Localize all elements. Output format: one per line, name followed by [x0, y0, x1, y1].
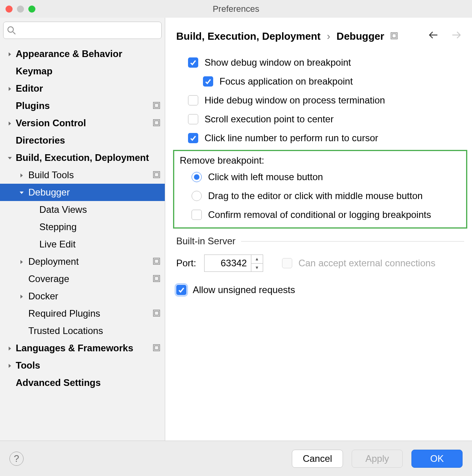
tree-item-version-control[interactable]: Version Control: [0, 114, 165, 132]
focus-app-checkbox[interactable]: Focus application on breakpoint: [176, 72, 464, 91]
confirm-removal-checkbox[interactable]: Confirm removal of conditional or loggin…: [180, 205, 461, 224]
tree-item-label: Editor: [16, 83, 43, 94]
svg-point-0: [8, 27, 13, 32]
tree-item-languages-frameworks[interactable]: Languages & Frameworks: [0, 339, 165, 357]
cancel-button[interactable]: Cancel: [292, 450, 343, 468]
chevron-right-icon: [7, 118, 13, 129]
tree-item-label: Languages & Frameworks: [16, 343, 133, 354]
help-button[interactable]: ?: [9, 452, 24, 466]
tree-item-keymap[interactable]: Keymap: [0, 63, 165, 80]
zoom-window-button[interactable]: [28, 6, 35, 13]
tree-item-build-execution-deployment[interactable]: Build, Execution, Deployment: [0, 149, 165, 166]
tree-item-required-plugins[interactable]: Required Plugins: [0, 305, 165, 322]
ok-button[interactable]: OK: [411, 450, 463, 468]
chevron-down-icon: [19, 187, 24, 198]
tree-item-deployment[interactable]: Deployment: [0, 253, 165, 270]
scroll-exec-checkbox[interactable]: Scroll execution point to center: [176, 110, 464, 129]
titlebar: Preferences: [0, 0, 472, 18]
svg-rect-13: [155, 311, 159, 315]
chevron-right-icon: [19, 256, 24, 267]
project-scope-icon: [153, 308, 160, 319]
hide-debug-checkbox[interactable]: Hide debug window on process termination: [176, 91, 464, 110]
show-debug-checkbox[interactable]: Show debug window on breakpoint: [176, 53, 464, 72]
project-scope-icon: [153, 343, 160, 354]
tree-item-editor[interactable]: Editor: [0, 80, 165, 97]
tree-item-directories[interactable]: Directories: [0, 132, 165, 149]
forward-button: [451, 30, 462, 43]
chevron-right-icon: [7, 48, 13, 59]
close-window-button[interactable]: [6, 6, 13, 13]
click-line-checkbox[interactable]: Click line number to perform run to curs…: [176, 129, 464, 148]
chevron-right-icon: [19, 170, 24, 181]
tree-item-label: Stepping: [39, 221, 77, 232]
tree-item-label: Deployment: [28, 256, 79, 267]
tree-item-label: Advanced Settings: [16, 377, 101, 388]
tree-item-label: Tools: [16, 360, 40, 371]
builtin-server-heading: Built-in Server: [176, 236, 236, 247]
tree-item-label: Directories: [16, 135, 65, 146]
back-button[interactable]: [428, 30, 439, 43]
project-scope-icon: [391, 31, 398, 42]
project-scope-icon: [153, 273, 160, 284]
can-accept-checkbox: Can accept external connections: [282, 258, 435, 269]
chevron-down-icon: [7, 152, 13, 163]
tree-item-label: Plugins: [16, 100, 50, 111]
tree-item-appearance-behavior[interactable]: Appearance & Behavior: [0, 45, 165, 63]
svg-rect-11: [155, 277, 159, 280]
stepper-up-icon[interactable]: ▲: [251, 255, 263, 264]
svg-rect-17: [392, 34, 396, 38]
search-input[interactable]: [3, 22, 162, 39]
tree-item-plugins[interactable]: Plugins: [0, 97, 165, 114]
stepper-down-icon[interactable]: ▼: [251, 264, 263, 272]
tree-item-build-tools[interactable]: Build Tools: [0, 166, 165, 184]
tree-item-docker[interactable]: Docker: [0, 288, 165, 305]
project-scope-icon: [153, 100, 160, 111]
tree-item-stepping[interactable]: Stepping: [0, 218, 165, 236]
tree-item-advanced-settings[interactable]: Advanced Settings: [0, 374, 165, 391]
svg-rect-15: [155, 346, 159, 350]
svg-rect-7: [155, 173, 159, 177]
separator: [241, 241, 464, 242]
apply-button: Apply: [352, 450, 403, 468]
chevron-right-icon: [7, 343, 13, 354]
remove-bp-leftclick-radio[interactable]: Click with left mouse button: [180, 168, 461, 186]
tree-item-trusted-locations[interactable]: Trusted Locations: [0, 322, 165, 339]
remove-bp-heading: Remove breakpoint:: [180, 155, 264, 166]
tree-item-label: Coverage: [28, 273, 69, 284]
project-scope-icon: [153, 170, 160, 181]
chevron-right-icon: ›: [327, 30, 330, 42]
breadcrumb-leaf: Debugger: [337, 30, 384, 42]
project-scope-icon: [153, 256, 160, 267]
chevron-right-icon: [7, 83, 13, 94]
breadcrumb: Build, Execution, Deployment › Debugger: [165, 18, 472, 46]
tree-item-debugger[interactable]: Debugger: [0, 184, 165, 201]
tree-item-label: Build Tools: [28, 170, 74, 181]
tree-item-label: Version Control: [16, 118, 86, 129]
tree-item-label: Live Edit: [39, 239, 76, 250]
tree-item-label: Keymap: [16, 66, 52, 77]
tree-item-label: Required Plugins: [28, 308, 100, 319]
tree-item-label: Build, Execution, Deployment: [16, 152, 149, 163]
allow-unsigned-checkbox[interactable]: Allow unsigned requests: [176, 280, 464, 299]
svg-rect-9: [155, 259, 159, 263]
svg-rect-3: [155, 103, 159, 107]
search-icon: [7, 26, 16, 35]
breadcrumb-parent[interactable]: Build, Execution, Deployment: [176, 30, 321, 42]
settings-tree: Appearance & BehaviorKeymapEditorPlugins…: [0, 42, 165, 441]
remove-bp-drag-radio[interactable]: Drag to the editor or click with middle …: [180, 186, 461, 205]
tree-item-data-views[interactable]: Data Views: [0, 201, 165, 218]
port-stepper[interactable]: ▲ ▼: [204, 255, 263, 272]
port-label: Port:: [176, 258, 196, 269]
tree-item-label: Debugger: [28, 187, 70, 198]
svg-rect-5: [155, 121, 159, 125]
chevron-right-icon: [7, 360, 13, 371]
tree-item-label: Trusted Locations: [28, 325, 103, 336]
tree-item-coverage[interactable]: Coverage: [0, 270, 165, 288]
sidebar: Appearance & BehaviorKeymapEditorPlugins…: [0, 18, 165, 441]
tree-item-tools[interactable]: Tools: [0, 357, 165, 374]
tree-item-label: Docker: [28, 291, 58, 302]
tree-item-label: Appearance & Behavior: [16, 48, 122, 59]
minimize-window-button: [17, 6, 24, 13]
tree-item-live-edit[interactable]: Live Edit: [0, 236, 165, 253]
window-title: Preferences: [0, 4, 472, 14]
